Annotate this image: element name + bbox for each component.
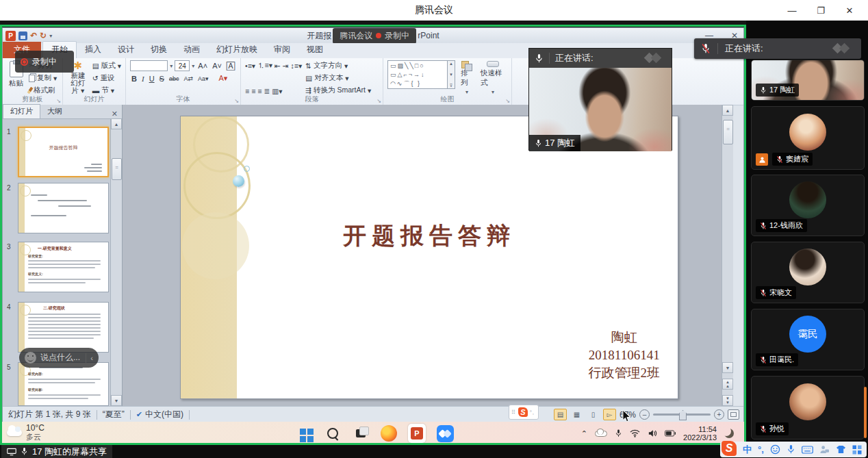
change-case-icon[interactable]: Aa▾ xyxy=(196,75,210,82)
tab-insert[interactable]: 插入 xyxy=(77,42,110,58)
participant-tile-taohong[interactable]: 17 陶虹 xyxy=(751,60,865,101)
tab-animations[interactable]: 动画 xyxy=(175,42,208,58)
powerpoint-taskbar-button[interactable]: P xyxy=(408,424,426,442)
participant-tile-doujingchen[interactable]: 窦婧宸 xyxy=(751,106,865,170)
current-slide[interactable]: 开题报告答辩 陶虹 20181106141 行政管理2班 xyxy=(180,116,678,399)
account-icon[interactable] xyxy=(819,445,830,454)
clipboard-dialog-launcher-icon[interactable]: ↘ xyxy=(56,98,61,104)
section-button[interactable]: ▬ 节 ▾ xyxy=(92,86,121,95)
fit-to-window-icon[interactable] xyxy=(728,409,739,420)
participant-tile-sunyue[interactable]: 孙悦 xyxy=(751,376,865,440)
punctuation-mode-icon[interactable]: °, xyxy=(758,442,764,457)
shapes-more-icon[interactable]: ⊽ xyxy=(450,83,452,88)
font-name-combobox[interactable] xyxy=(130,60,168,71)
reading-view-icon[interactable]: ▯ xyxy=(587,409,600,420)
arrange-button[interactable]: 排列 ▾ xyxy=(459,60,475,96)
collapse-chevron-icon[interactable]: ‹ xyxy=(90,354,93,362)
slide-thumbnail-5[interactable]: 研究内容: 研究目标: xyxy=(18,362,109,406)
tray-expand-icon[interactable]: ⌃ xyxy=(581,429,587,438)
muted-mic-icon[interactable] xyxy=(701,43,711,54)
previous-slide-icon[interactable]: ▲▲ xyxy=(722,379,733,390)
shapes-scroll-down-icon[interactable]: ▼ xyxy=(449,73,453,77)
close-icon[interactable]: ✕ xyxy=(835,5,864,16)
editor-scroll-down-icon[interactable]: ▼ xyxy=(722,362,733,373)
numbering-icon[interactable]: ⒈≡▾ xyxy=(257,61,272,71)
volume-icon[interactable] xyxy=(648,429,657,437)
align-text-button[interactable]: ▤ 对齐文本 ▾ xyxy=(305,73,371,83)
layout-button[interactable]: ▤ 版式 ▾ xyxy=(92,61,121,71)
slide-thumbnail-3[interactable]: 一.研究背景和意义 研究背景: 研究意义: xyxy=(18,242,109,292)
participant-tile-qianyuxin[interactable]: 12-钱雨欣 xyxy=(751,175,865,236)
quick-styles-button[interactable]: 快速样式 ▾ xyxy=(478,60,507,96)
slide-thumbnail-2[interactable] xyxy=(18,183,109,233)
zoom-slider[interactable] xyxy=(653,414,711,416)
copy-button[interactable]: 复制 ▾ xyxy=(29,73,57,83)
save-icon[interactable] xyxy=(18,31,27,40)
tab-view[interactable]: 视图 xyxy=(298,42,331,58)
emoji-icon[interactable] xyxy=(25,352,36,364)
sogou-logo-icon[interactable]: S xyxy=(722,441,737,456)
battery-icon[interactable] xyxy=(665,430,676,437)
wifi-icon[interactable] xyxy=(630,429,640,437)
font-dialog-launcher-icon[interactable]: ↘ xyxy=(234,98,239,104)
font-color-icon[interactable]: A▾ xyxy=(218,74,229,83)
bold-icon[interactable]: B xyxy=(130,75,138,83)
drawing-dialog-launcher-icon[interactable]: ↘ xyxy=(505,98,510,104)
firefox-button[interactable] xyxy=(380,424,398,442)
minimize-icon[interactable]: — xyxy=(778,5,806,16)
line-spacing-icon[interactable]: ↕≡▾ xyxy=(291,62,303,70)
panel-tab-slides[interactable]: 幻灯片 xyxy=(3,104,40,118)
strikethrough-icon[interactable]: S xyxy=(158,75,166,83)
input-mode-chinese[interactable]: 中 xyxy=(743,442,752,457)
shapes-scroll-up-icon[interactable]: ▲ xyxy=(449,62,453,66)
onedrive-icon[interactable] xyxy=(595,431,607,437)
tab-review[interactable]: 审阅 xyxy=(266,42,298,58)
reset-button[interactable]: ↺ 重设 xyxy=(92,73,121,83)
powerpoint-logo-icon[interactable]: P xyxy=(5,31,16,41)
paragraph-dialog-launcher-icon[interactable]: ↘ xyxy=(376,98,381,104)
editor-scroll-handle[interactable] xyxy=(723,120,733,144)
zoom-out-icon[interactable]: – xyxy=(639,409,650,420)
text-direction-button[interactable]: ⇅ 文字方向 ▾ xyxy=(305,61,371,71)
sogou-status-widget[interactable]: ⠿ S °‚ xyxy=(509,405,539,420)
participant-tile-tianaimin[interactable]: 霭民 田霭民. xyxy=(751,309,865,370)
shapes-gallery[interactable]: ▭▨╲╲□○▭△⌐¬→↓◠∿⌒{ } xyxy=(387,60,448,89)
participant-tile-songxiaowen[interactable]: 宋晓文 xyxy=(751,242,865,303)
night-mode-icon[interactable] xyxy=(724,429,734,438)
toolbox-icon[interactable] xyxy=(852,445,862,455)
sogou-input-toolbar[interactable]: S 中 °, xyxy=(720,442,867,457)
shapes-gallery-scrollbar[interactable]: ▲ ▼ ⊽ xyxy=(448,60,455,89)
panel-tab-outline[interactable]: 大纲 xyxy=(40,105,69,118)
panel-scroll-handle[interactable] xyxy=(112,158,122,180)
qat-dropdown-icon[interactable]: ▾ xyxy=(49,33,52,39)
convert-smartart-button[interactable]: ⇶ 转换为 SmartArt ▾ xyxy=(305,86,371,95)
tray-mic-icon[interactable] xyxy=(615,429,622,438)
character-spacing-icon[interactable]: A⇄ xyxy=(182,75,194,82)
panel-scroll-down-icon[interactable]: ▼ xyxy=(111,395,122,406)
task-view-button[interactable] xyxy=(352,424,370,442)
zoom-in-icon[interactable]: + xyxy=(714,409,724,420)
undo-icon[interactable]: ↶ xyxy=(30,31,37,40)
tab-slideshow[interactable]: 幻灯片放映 xyxy=(208,42,266,58)
editor-scrollbar[interactable]: ▲ ▼ ▲▲ ▼▼ xyxy=(722,105,733,406)
weather-widget[interactable]: 10°C 多云 xyxy=(7,424,44,442)
normal-view-icon[interactable]: ▤ xyxy=(554,409,567,420)
decrease-indent-icon[interactable]: ⇤ xyxy=(275,62,281,70)
slide-thumbnail-4[interactable]: 二.研究现状 xyxy=(18,302,109,353)
italic-icon[interactable]: I xyxy=(140,75,146,83)
clock-widget[interactable]: 11:54 2022/3/13 xyxy=(683,425,717,442)
virtual-keyboard-icon[interactable] xyxy=(802,446,813,454)
slideshow-view-icon[interactable]: ▻ xyxy=(603,409,616,420)
slide-sorter-view-icon[interactable]: ▦ xyxy=(570,409,583,420)
grow-font-icon[interactable]: A˄ xyxy=(196,62,209,70)
screen-share-status[interactable]: 17 陶虹的屏幕共享 xyxy=(1,445,112,458)
chat-input-bubble[interactable]: 说点什么... ‹ xyxy=(19,348,99,368)
panel-close-icon[interactable]: ✕ xyxy=(107,110,122,118)
format-painter-button[interactable]: 格式刷 xyxy=(29,86,57,95)
panel-scrollbar[interactable]: ▲ ▼ xyxy=(110,118,122,406)
panel-scroll-up-icon[interactable]: ▲ xyxy=(111,118,122,129)
shrink-font-icon[interactable]: A˅ xyxy=(211,62,223,70)
speaker-video-overlay[interactable]: 正在讲话: 17 陶虹 xyxy=(528,48,672,151)
emoji-picker-icon[interactable] xyxy=(770,444,780,455)
start-button[interactable] xyxy=(296,424,314,442)
